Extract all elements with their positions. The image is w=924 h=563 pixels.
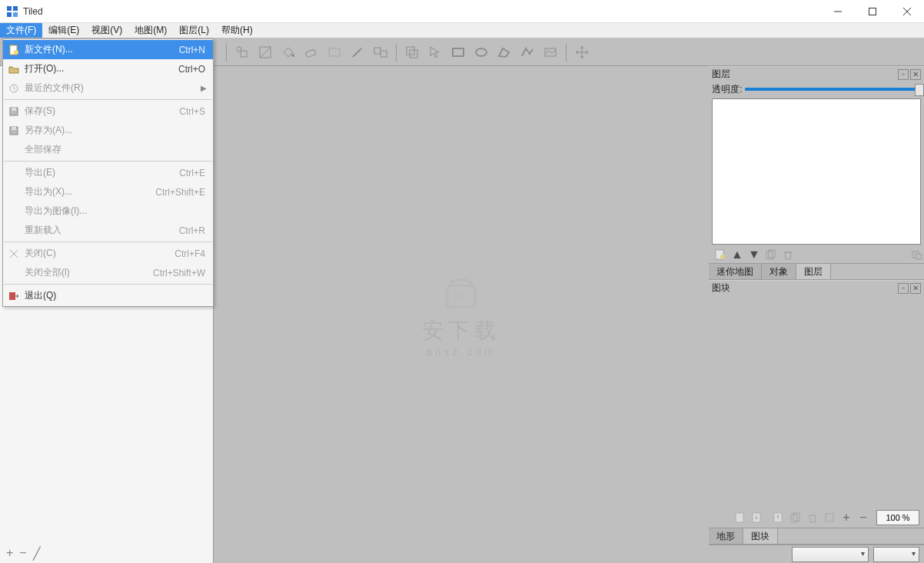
menu-view[interactable]: 视图(V): [85, 23, 128, 38]
toggle-other-layers-icon[interactable]: [910, 248, 924, 262]
minimize-button[interactable]: [820, 0, 855, 22]
svg-point-35: [720, 255, 725, 259]
svg-rect-12: [305, 49, 316, 58]
menu-shortcut: Ctrl+S: [179, 106, 205, 117]
tool-insert-rectangle-icon[interactable]: [447, 42, 469, 63]
menu-edit[interactable]: 编辑(E): [42, 23, 85, 38]
menu-shortcut: Ctrl+R: [179, 225, 205, 236]
map-canvas[interactable]: 安 安下载 anxz.com: [214, 66, 709, 563]
duplicate-layer-icon[interactable]: [764, 248, 778, 262]
toolbar-separator: [396, 43, 397, 62]
app-icon: [6, 5, 18, 18]
tileset-body[interactable]: [709, 295, 924, 508]
close-icon: [6, 248, 22, 260]
new-tileset-icon[interactable]: [733, 511, 747, 525]
watermark: 安 安下载 anxz.com: [422, 272, 500, 358]
status-bar: [709, 545, 924, 563]
menu-file[interactable]: 文件(F): [0, 23, 42, 38]
tileset-properties-icon[interactable]: [789, 511, 803, 525]
tool-move-icon[interactable]: [571, 42, 593, 63]
svg-point-23: [14, 50, 18, 55]
panel-close-icon[interactable]: ✕: [910, 283, 921, 294]
zoom-combo[interactable]: 100 %: [876, 510, 919, 525]
panel-tabs-bottom: 地形 图块: [709, 528, 924, 545]
tab-tileset[interactable]: 图块: [743, 528, 778, 544]
tool-insert-polyline-icon[interactable]: [517, 42, 538, 63]
svg-rect-9: [241, 51, 247, 57]
edit-property-icon[interactable]: ╱: [33, 546, 41, 561]
export-tileset-icon[interactable]: [772, 511, 786, 525]
svg-rect-5: [869, 8, 876, 15]
menu-help[interactable]: 帮助(H): [215, 23, 259, 38]
menu-new-file[interactable]: 新文件(N)... Ctrl+N: [3, 40, 213, 59]
close-button[interactable]: [889, 0, 924, 22]
tab-objects[interactable]: 对象: [762, 264, 796, 279]
status-combo-2[interactable]: [873, 547, 919, 562]
menu-label: 导出为图像(I)...: [25, 205, 205, 218]
menu-layer[interactable]: 图层(L): [173, 23, 215, 38]
menu-save-as: 另存为(A)...: [3, 121, 213, 140]
panel-float-icon[interactable]: ▫: [898, 69, 909, 80]
svg-rect-0: [7, 6, 12, 11]
tool-random-icon[interactable]: [231, 42, 253, 63]
menu-exit[interactable]: 退出(Q): [3, 286, 213, 305]
opacity-row: 透明度:: [709, 82, 924, 97]
tab-terrain[interactable]: 地形: [709, 528, 743, 544]
menu-open[interactable]: 打开(O)... Ctrl+O: [3, 59, 213, 78]
tool-marquee-icon[interactable]: [324, 42, 345, 63]
maximize-button[interactable]: [855, 0, 889, 22]
tool-stamp-icon[interactable]: [254, 42, 276, 63]
tool-select-same-icon[interactable]: [401, 42, 423, 63]
panel-float-icon[interactable]: ▫: [898, 283, 909, 294]
menu-bar: 文件(F) 编辑(E) 视图(V) 地图(M) 图层(L) 帮助(H): [0, 23, 924, 38]
menu-separator: [4, 99, 212, 100]
menu-reload: 重新载入 Ctrl+R: [3, 221, 213, 240]
add-property-icon[interactable]: +: [6, 546, 13, 560]
new-layer-icon[interactable]: [713, 248, 727, 262]
tileset-panel-header: 图块 ▫ ✕: [709, 280, 924, 295]
opacity-slider[interactable]: [745, 88, 921, 91]
layer-down-icon[interactable]: ▼: [747, 248, 761, 262]
title-bar: Tiled: [0, 0, 924, 23]
svg-rect-41: [736, 513, 743, 522]
submenu-arrow-icon: ▶: [201, 84, 207, 92]
edit-tileset-icon[interactable]: [823, 511, 836, 525]
layer-up-icon[interactable]: ▲: [730, 248, 744, 262]
menu-label: 退出(Q): [25, 289, 205, 302]
save-icon: [6, 105, 22, 118]
right-panel: 图层 ▫ ✕ 透明度: ▲ ▼ 迷你地图 对象 图层 图块 ▫ ✕: [709, 66, 924, 563]
panel-close-icon[interactable]: ✕: [910, 69, 921, 80]
menu-recent-files[interactable]: 最近的文件(R) ▶: [3, 78, 213, 98]
tab-minimap[interactable]: 迷你地图: [709, 264, 762, 279]
window-controls: [820, 0, 924, 22]
menu-close: 关闭(C) Ctrl+F4: [3, 244, 213, 263]
remove-property-icon[interactable]: −: [19, 546, 26, 560]
import-tileset-icon[interactable]: [750, 511, 764, 525]
menu-label: 保存(S): [25, 105, 179, 118]
delete-layer-icon[interactable]: [781, 248, 795, 262]
menu-close-all: 关闭全部(l) Ctrl+Shift+W: [3, 263, 213, 282]
layer-list[interactable]: [712, 98, 921, 245]
tab-layers[interactable]: 图层: [796, 264, 831, 279]
svg-point-14: [361, 48, 362, 49]
svg-rect-19: [453, 48, 464, 56]
tool-select-object-icon[interactable]: [424, 42, 446, 63]
menu-export: 导出(E) Ctrl+E: [3, 163, 213, 182]
tool-wand-icon[interactable]: [347, 42, 368, 63]
layers-panel-header: 图层 ▫ ✕: [709, 66, 924, 82]
remove-tile-icon[interactable]: −: [856, 511, 870, 525]
menu-label: 关闭(C): [25, 247, 174, 260]
tool-eraser-icon[interactable]: [301, 42, 322, 63]
tool-picker-icon[interactable]: [370, 42, 391, 63]
tool-insert-tile-icon[interactable]: [540, 42, 561, 63]
tileset-tools: + − 100 %: [709, 508, 924, 528]
tool-insert-polygon-icon[interactable]: [494, 42, 515, 63]
tool-fill-icon[interactable]: [278, 42, 299, 63]
panel-title: 图层: [712, 68, 730, 81]
tool-insert-ellipse-icon[interactable]: [470, 42, 492, 63]
exit-icon: [6, 290, 22, 302]
menu-map[interactable]: 地图(M): [128, 23, 173, 38]
delete-tileset-icon[interactable]: [806, 511, 819, 525]
status-combo-1[interactable]: [792, 547, 869, 562]
add-tile-icon[interactable]: +: [839, 511, 853, 525]
